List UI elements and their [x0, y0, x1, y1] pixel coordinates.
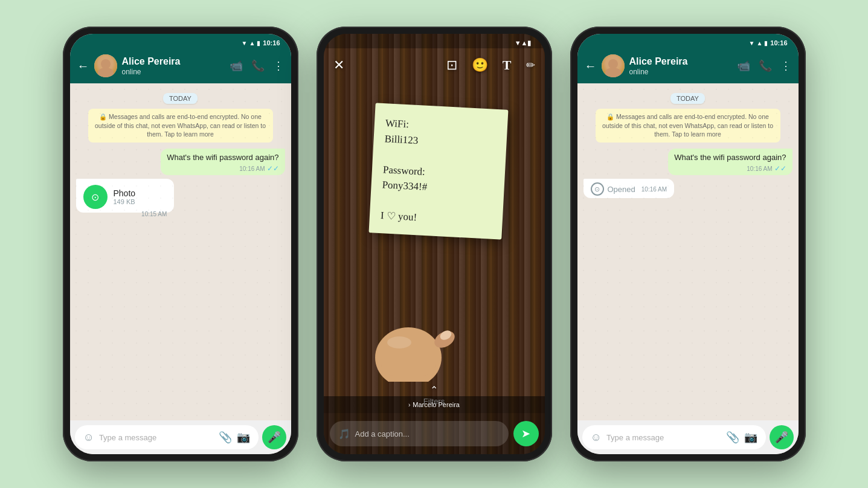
- battery-icon-right: ▮: [764, 40, 768, 47]
- sent-time-left: 10:16 AM: [239, 165, 265, 172]
- phone-left: ▼ ▲ ▮ 10:16 ← Alice Pereira online 📹: [63, 27, 298, 461]
- mic-button-right[interactable]: 🎤: [770, 425, 794, 449]
- tick-left: ✓✓: [267, 164, 279, 173]
- sticky-note: WiFi: Billi123 Password: Pony334!# I ♡ y…: [368, 103, 508, 239]
- menu-icon-left[interactable]: ⋮: [273, 59, 284, 72]
- bubble-sent-right: What's the wifi password again? 10:16 AM…: [668, 149, 792, 175]
- contact-name-left: Alice Pereira: [122, 56, 225, 67]
- sent-message-left: What's the wifi password again? 10:16 AM…: [76, 149, 285, 175]
- photo-label-left: Photo: [114, 188, 136, 198]
- status-bar-right: ▼ ▲ ▮ 10:16: [577, 34, 799, 48]
- contact-info-right: Alice Pereira online: [629, 56, 732, 75]
- chat-header-left: ← Alice Pereira online 📹 📞 ⋮: [70, 48, 291, 83]
- marcelo-bar[interactable]: › Marcelo Pereira: [324, 396, 545, 413]
- tick-right: ✓✓: [774, 164, 786, 173]
- marcelo-chevron-icon: ›: [408, 402, 410, 408]
- chat-body-left: TODAY 🔒 Messages and calls are end-to-en…: [70, 83, 291, 420]
- contact-name-right: Alice Pereira: [629, 56, 732, 67]
- hand-graphic: [360, 273, 457, 382]
- menu-icon-right[interactable]: ⋮: [780, 59, 791, 72]
- viewer-input-bar: 🎵 Add a caption... ➤: [324, 413, 545, 454]
- contact-status-right: online: [629, 68, 732, 76]
- mic-button-left[interactable]: 🎤: [262, 425, 286, 449]
- avatar-left: [94, 54, 117, 77]
- header-actions-left: 📹 📞 ⋮: [230, 59, 284, 72]
- signal-icon-right: ▼: [749, 40, 755, 47]
- draw-icon[interactable]: ✏: [526, 59, 535, 72]
- msg-meta-sent-left: 10:16 AM ✓✓: [167, 164, 278, 173]
- viewer-toolbar: ✕ ⊡ 🙂 T ✏: [324, 48, 545, 82]
- status-icons-left: ▼ ▲ ▮: [242, 40, 261, 47]
- status-icons-right: ▼ ▲ ▮: [749, 40, 768, 47]
- sent-text-right: What's the wifi password again?: [674, 152, 786, 163]
- photo-time-left: 10:15 AM: [141, 211, 167, 217]
- wifi-icon-right: ▲: [756, 40, 762, 47]
- input-placeholder-right: Type a message: [606, 433, 721, 442]
- video-call-icon-left[interactable]: 📹: [230, 59, 243, 72]
- close-viewer-button[interactable]: ✕: [333, 57, 344, 73]
- call-icon-right[interactable]: 📞: [759, 59, 772, 72]
- status-bar-left: ▼ ▲ ▮ 10:16: [70, 34, 291, 48]
- time-right: 10:16: [770, 39, 787, 47]
- sent-text-left: What's the wifi password again?: [167, 152, 278, 163]
- input-field-left[interactable]: ☺ Type a message 📎 📷: [75, 425, 259, 449]
- photo-attachment-left[interactable]: ⊙ Photo 149 KB 10:15 AM: [76, 179, 175, 213]
- camera-icon-right: 📷: [744, 431, 757, 444]
- caption-field[interactable]: 🎵 Add a caption...: [330, 421, 509, 446]
- call-icon-left[interactable]: 📞: [251, 59, 265, 72]
- scene: ▼ ▲ ▮ 10:16 ← Alice Pereira online 📹: [0, 0, 868, 488]
- sticky-note-text: WiFi: Billi123 Password: Pony334!# I ♡ y…: [380, 115, 497, 229]
- input-bar-right: ☺ Type a message 📎 📷 🎤: [577, 420, 799, 454]
- chat-header-right: ← Alice Pereira online 📹 📞 ⋮: [577, 48, 799, 83]
- caption-emoji-icon: 🎵: [338, 428, 350, 440]
- input-field-right[interactable]: ☺ Type a message 📎 📷: [582, 425, 766, 449]
- back-button-right[interactable]: ←: [585, 59, 597, 73]
- contact-status-left: online: [122, 68, 225, 76]
- input-placeholder-left: Type a message: [99, 433, 214, 442]
- signal-icon: ▼: [242, 40, 248, 47]
- mic-icon-left: 🎤: [268, 431, 281, 444]
- date-badge-left: TODAY: [76, 93, 285, 104]
- opened-time-right: 10:16 AM: [641, 186, 667, 193]
- viewer-toolbar-right: ⊡ 🙂 T ✏: [446, 57, 535, 73]
- camera-icon-left: 📷: [237, 431, 250, 444]
- phone-middle: ▼▲▮ ✕ ⊡ 🙂 T ✏: [317, 27, 552, 461]
- header-actions-right: 📹 📞 ⋮: [737, 59, 791, 72]
- crop-icon[interactable]: ⊡: [446, 57, 457, 73]
- recv-photo-left: ⊙ Photo 149 KB 10:15 AM: [76, 179, 285, 213]
- avatar-right: [602, 54, 625, 77]
- sent-time-right: 10:16 AM: [747, 165, 772, 172]
- photo-meta-left: 10:15 AM: [141, 211, 167, 217]
- system-message-right: 🔒 Messages and calls are end-to-end encr…: [596, 109, 780, 143]
- text-tool-icon[interactable]: T: [503, 57, 512, 73]
- send-icon-middle: ➤: [521, 427, 530, 440]
- viewer-status: ▼▲▮: [324, 34, 545, 48]
- phone-right: ▼ ▲ ▮ 10:16 ← Alice Pereira online 📹: [570, 27, 806, 461]
- input-emoji-right: ☺: [591, 431, 602, 444]
- video-call-icon-right[interactable]: 📹: [737, 59, 750, 72]
- caption-placeholder: Add a caption...: [355, 429, 500, 438]
- input-emoji-left: ☺: [83, 431, 94, 444]
- input-bar-left: ☺ Type a message 📎 📷 🎤: [70, 420, 291, 454]
- wifi-icon: ▲: [249, 40, 255, 47]
- contact-info-left: Alice Pereira online: [122, 56, 225, 75]
- back-button-left[interactable]: ←: [77, 59, 89, 73]
- bubble-sent-left: What's the wifi password again? 10:16 AM…: [161, 149, 285, 175]
- photo-info-left: Photo 149 KB: [114, 188, 136, 205]
- opened-icon-right: ⊙: [591, 182, 604, 196]
- system-message-left: 🔒 Messages and calls are end-to-end encr…: [88, 109, 273, 143]
- msg-meta-sent-right: 10:16 AM ✓✓: [674, 164, 786, 173]
- attach-icon-left: 📎: [219, 431, 232, 444]
- battery-icon: ▮: [257, 40, 260, 47]
- attach-icon-right: 📎: [726, 431, 739, 444]
- mic-icon-right: 🎤: [775, 431, 788, 444]
- viewer-overlay: ▼▲▮ ✕ ⊡ 🙂 T ✏: [324, 34, 545, 454]
- viewer-signal-icon: ▼▲▮: [515, 39, 532, 47]
- opened-label-right: Opened: [608, 185, 635, 194]
- photo-size-left: 149 KB: [114, 198, 136, 205]
- opened-message-right: ⊙ Opened 10:16 AM: [583, 179, 792, 198]
- send-button-middle[interactable]: ➤: [513, 421, 539, 446]
- svg-point-4: [387, 336, 411, 348]
- marcelo-text: Marcelo Pereira: [413, 401, 460, 408]
- emoji-sticker-icon[interactable]: 🙂: [472, 57, 488, 73]
